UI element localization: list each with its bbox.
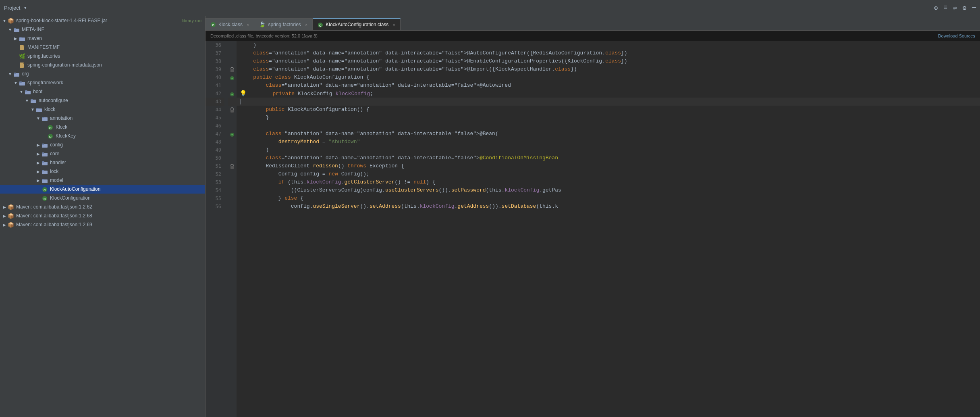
- decompiled-info: Decompiled .class file, bytecode version…: [210, 33, 318, 38]
- gutter-marker: [228, 49, 237, 57]
- line-number: 42: [206, 90, 224, 98]
- tab-close-button[interactable]: ×: [247, 22, 249, 27]
- tab-label: spring.factories: [268, 22, 301, 27]
- keyword: new: [328, 171, 338, 177]
- sidebar-item[interactable]: ▼springframework: [0, 78, 205, 87]
- tab-icon: C: [210, 21, 216, 28]
- file-icon: [13, 71, 20, 77]
- file-icon: [35, 106, 43, 113]
- gutter-marker: [228, 202, 237, 211]
- file-icon: C: [41, 195, 48, 201]
- code-content[interactable]: ) class="annotation" data-name="annotati…: [237, 41, 980, 417]
- keyword: else: [284, 195, 297, 201]
- method-name: useClusterServers: [385, 187, 439, 193]
- sidebar-item[interactable]: ▼META-INF: [0, 25, 205, 34]
- collapse-icon[interactable]: ▼: [19, 90, 24, 94]
- expand-icon[interactable]: ▶: [35, 178, 41, 183]
- collapse-icon[interactable]: ▼: [35, 116, 41, 121]
- download-sources-link[interactable]: Download Sources: [938, 33, 975, 38]
- gutter-marker: [228, 154, 237, 162]
- sidebar-item[interactable]: ▶config: [0, 140, 205, 149]
- method-name: KlockAutoConfiguration: [288, 106, 357, 113]
- sidebar-item[interactable]: ▼📦spring-boot-klock-starter-1.4-RELEASE.…: [0, 16, 205, 25]
- sidebar-item[interactable]: ▶core: [0, 149, 205, 158]
- sidebar-item[interactable]: CKlockKey: [0, 131, 205, 140]
- line-number: 40: [206, 73, 224, 81]
- sidebar-item[interactable]: ▶model: [0, 176, 205, 185]
- collapse-icon[interactable]: ▼: [7, 27, 13, 32]
- tab-close-button[interactable]: ×: [392, 22, 395, 27]
- class-type: RedissonClient: [266, 163, 309, 169]
- code-line: if (this.klockConfig.getClusterServer() …: [237, 178, 980, 186]
- sync-icon[interactable]: ⇌: [953, 4, 957, 12]
- class-type: Config: [278, 171, 297, 177]
- svg-rect-29: [42, 161, 44, 163]
- project-dropdown-icon[interactable]: ▾: [24, 5, 27, 10]
- expand-icon[interactable]: ▶: [13, 36, 19, 41]
- collapse-icon[interactable]: ▼: [24, 98, 30, 103]
- sidebar-item[interactable]: MANIFEST.MF: [0, 43, 205, 52]
- line-number: 46: [206, 122, 224, 130]
- expand-icon[interactable]: ▶: [35, 143, 41, 147]
- sidebar-item[interactable]: CKlockAutoConfiguration: [0, 185, 205, 194]
- minimize-icon[interactable]: —: [972, 4, 976, 12]
- expand-icon[interactable]: ▶: [35, 161, 41, 165]
- editor-tab-klock-autoconfig[interactable]: CKlockAutoConfiguration.class×: [313, 18, 401, 30]
- list-icon[interactable]: ≡: [944, 4, 948, 12]
- gutter-marker: [228, 65, 237, 73]
- tree-item-label: spring-boot-klock-starter-1.4-RELEASE.ja…: [16, 18, 180, 23]
- tree-item-label: spring.factories: [27, 53, 203, 59]
- sidebar-item[interactable]: ▼autoconfigure: [0, 96, 205, 105]
- editor-tab-spring-factories[interactable]: 🍃spring.factories×: [254, 18, 313, 30]
- tree-item-label: Maven: com.alibaba:fastjson:1.2.62: [16, 204, 203, 210]
- expand-icon[interactable]: ▶: [2, 214, 7, 218]
- editor-tab-klock-class[interactable]: CKlock.class×: [206, 18, 254, 30]
- svg-rect-1: [14, 28, 16, 29]
- method-name: getClusterServer: [344, 179, 394, 185]
- sidebar-item[interactable]: ▼klock: [0, 105, 205, 114]
- code-line: class="annotation" data-name="annotation…: [237, 154, 980, 162]
- sidebar-item[interactable]: ▶📦Maven: com.alibaba:fastjson:1.2.68: [0, 211, 205, 220]
- collapse-icon[interactable]: ▼: [7, 72, 13, 76]
- tree-item-label: KlockAutoConfiguration: [50, 186, 203, 192]
- collapse-icon[interactable]: ▼: [30, 107, 35, 112]
- sidebar-item[interactable]: CKlock: [0, 123, 205, 131]
- line-number: 44: [206, 106, 224, 114]
- sidebar-item[interactable]: spring-configuration-metadata.json: [0, 60, 205, 69]
- expand-icon[interactable]: ▶: [2, 205, 7, 209]
- sidebar-item[interactable]: ▼org: [0, 69, 205, 78]
- sidebar-item[interactable]: ▼annotation: [0, 114, 205, 123]
- tab-close-button[interactable]: ×: [305, 22, 307, 27]
- sidebar-item[interactable]: ▶maven: [0, 34, 205, 43]
- sidebar-item[interactable]: ▶📦Maven: com.alibaba:fastjson:1.2.62: [0, 202, 205, 211]
- sidebar-item[interactable]: 🌿spring.factories: [0, 52, 205, 60]
- sidebar-item[interactable]: ▼boot: [0, 87, 205, 96]
- sidebar-item[interactable]: ▶handler: [0, 158, 205, 167]
- keyword: class: [266, 82, 281, 88]
- collapse-icon[interactable]: ▼: [2, 19, 7, 23]
- expand-icon[interactable]: ▶: [35, 152, 41, 156]
- tree-item-secondary: library root: [182, 18, 203, 23]
- svg-rect-17: [36, 108, 39, 109]
- sidebar-item[interactable]: ▶📦Maven: com.alibaba:fastjson:1.2.69: [0, 220, 205, 229]
- code-line: ): [237, 41, 980, 49]
- globe-icon[interactable]: ⊕: [934, 4, 938, 12]
- svg-rect-31: [42, 170, 44, 171]
- gutter-marker: [228, 73, 237, 81]
- bulb-icon[interactable]: 💡: [240, 90, 247, 97]
- gutter-marker: [228, 41, 237, 49]
- project-label[interactable]: Project: [4, 5, 20, 11]
- null-keyword: null: [413, 179, 426, 185]
- expand-icon[interactable]: ▶: [35, 169, 41, 174]
- expand-icon[interactable]: ▶: [2, 223, 7, 227]
- collapse-icon[interactable]: ▼: [13, 81, 19, 85]
- sidebar-item[interactable]: CKlockConfiguration: [0, 194, 205, 202]
- sidebar-item[interactable]: ▶lock: [0, 167, 205, 176]
- field-name: klockConfig: [307, 179, 341, 185]
- code-line: ): [237, 146, 980, 154]
- file-icon: [19, 80, 26, 86]
- code-line: destroyMethod = "shutdown": [237, 138, 980, 146]
- settings-icon[interactable]: ⚙: [963, 4, 967, 12]
- code-line: class="annotation" data-name="annotation…: [237, 57, 980, 65]
- tab-bar: CKlock.class×🍃spring.factories×CKlockAut…: [206, 16, 980, 31]
